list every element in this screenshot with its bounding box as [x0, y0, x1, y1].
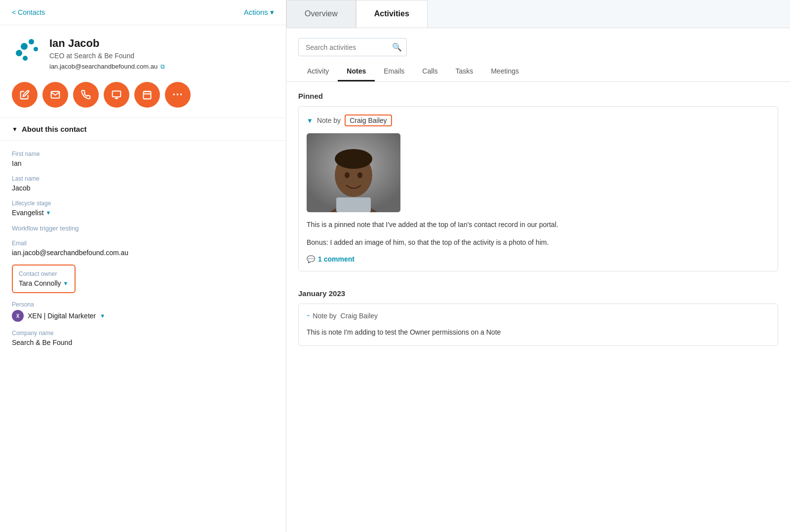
field-value-last-name: Jacob [12, 184, 274, 192]
svg-point-13 [345, 172, 350, 178]
subtab-notes[interactable]: Notes [338, 62, 375, 81]
contact-info: Ian Jacob CEO at Search & Be Found ian.j… [49, 37, 165, 70]
field-label-persona: Persona [12, 301, 274, 308]
search-icon: 🔍 [392, 42, 402, 52]
about-section-title: About this contact [22, 125, 87, 133]
activity-subtabs: Activity Notes Emails Calls Tasks Meetin… [286, 60, 790, 82]
persona-text: XEN | Digital Marketer [28, 312, 96, 320]
pinned-note-card: ▼ Note by Craig Bailey [298, 106, 778, 271]
contact-email: ian.jacob@searchandbefound.com.au [49, 63, 158, 70]
january-note-card: › Note by Craig Bailey This is note I'm … [298, 304, 778, 346]
screen-button[interactable] [104, 82, 129, 108]
note-chevron-icon[interactable]: ▼ [307, 117, 313, 124]
field-label-company: Company name [12, 330, 274, 337]
top-nav: < Contacts Actions ▾ [0, 0, 286, 25]
svg-rect-3 [144, 91, 151, 99]
actions-button[interactable]: Actions ▾ [244, 8, 274, 17]
notes-content: Pinned ▼ Note by Craig Bailey [286, 82, 790, 346]
jan-note-body: This is note I'm adding to test the Owne… [307, 327, 770, 338]
subtab-meetings[interactable]: Meetings [482, 62, 528, 81]
svg-rect-0 [113, 91, 121, 97]
chevron-down-icon: ▼ [12, 126, 18, 133]
field-value-persona[interactable]: X XEN | Digital Marketer ▼ [12, 310, 274, 322]
lifecycle-dropdown-icon[interactable]: ▼ [46, 210, 51, 216]
note-body-line2: Bonus: I added an image of him, so that … [307, 237, 770, 248]
field-label-lifecycle: Lifecycle stage [12, 200, 274, 207]
field-value-lifecycle[interactable]: Evangelist ▼ [12, 209, 274, 217]
svg-point-14 [357, 172, 362, 178]
contact-name: Ian Jacob [49, 37, 165, 50]
back-to-contacts-link[interactable]: < Contacts [12, 8, 45, 16]
about-section-header[interactable]: ▼ About this contact [0, 117, 286, 141]
field-last-name: Last name Jacob [12, 175, 274, 192]
field-lifecycle-stage: Lifecycle stage Evangelist ▼ [12, 200, 274, 217]
field-label-email: Email [12, 240, 274, 247]
field-company-name: Company name Search & Be Found [12, 330, 274, 346]
contact-title: CEO at Search & Be Found [49, 52, 165, 60]
contact-avatar [12, 37, 41, 67]
contact-email-row: ian.jacob@searchandbefound.com.au ⧉ [49, 63, 165, 70]
search-input-wrap: 🔍 [298, 38, 407, 56]
workflow-trigger-label: Workflow trigger testing [12, 225, 274, 232]
field-value-email: ian.jacob@searchandbefound.com.au [12, 249, 274, 257]
jan-note-chevron-icon[interactable]: › [304, 315, 312, 317]
note-header: ▼ Note by Craig Bailey [307, 114, 770, 126]
tab-overview[interactable]: Overview [286, 0, 356, 28]
subtab-activity[interactable]: Activity [298, 62, 338, 81]
field-value-company: Search & Be Found [12, 339, 274, 346]
search-bar-row: 🔍 [286, 28, 790, 60]
subtab-tasks[interactable]: Tasks [446, 62, 482, 81]
about-section-body: First name Ian Last name Jacob Lifecycle… [0, 141, 286, 364]
pinned-label: Pinned [298, 82, 778, 106]
svg-point-11 [335, 149, 372, 169]
calendar-button[interactable] [134, 82, 160, 108]
action-buttons-row: ··· [0, 78, 286, 117]
field-label-last-name: Last name [12, 175, 274, 182]
jan-note-author-prefix: Note by [313, 312, 336, 320]
note-author-name[interactable]: Craig Bailey [345, 114, 392, 126]
field-label-contact-owner: Contact owner [19, 270, 69, 277]
contact-owner-dropdown-icon[interactable]: ▼ [63, 280, 69, 286]
contact-owner-box: Contact owner Tara Connolly ▼ [12, 265, 76, 293]
comment-link[interactable]: 💬 1 comment [307, 255, 770, 263]
contact-header: Ian Jacob CEO at Search & Be Found ian.j… [0, 25, 286, 78]
subtab-calls[interactable]: Calls [413, 62, 446, 81]
field-label-first-name: First name [12, 151, 274, 157]
persona-dropdown-icon[interactable]: ▼ [100, 313, 105, 319]
main-tabs: Overview Activities [286, 0, 790, 28]
contact-owner-text: Tara Connolly [19, 279, 61, 287]
persona-avatar: X [12, 310, 24, 322]
copy-email-icon[interactable]: ⧉ [160, 63, 165, 70]
january-label: January 2023 [298, 279, 778, 304]
right-panel: Overview Activities 🔍 Activity Notes Ema… [286, 0, 790, 532]
subtab-emails[interactable]: Emails [375, 62, 413, 81]
field-email: Email ian.jacob@searchandbefound.com.au [12, 240, 274, 257]
more-button[interactable]: ··· [165, 82, 191, 108]
note-photo [307, 133, 400, 212]
field-first-name: First name Ian [12, 151, 274, 167]
edit-button[interactable] [12, 82, 38, 108]
svg-rect-12 [336, 197, 371, 212]
email-button[interactable] [42, 82, 68, 108]
left-panel: < Contacts Actions ▾ Ian Jacob CEO at Se… [0, 0, 286, 532]
field-value-contact-owner[interactable]: Tara Connolly ▼ [19, 279, 69, 287]
search-activities-input[interactable] [306, 43, 392, 51]
comment-icon: 💬 [307, 255, 315, 263]
right-content-area: 🔍 Activity Notes Emails Calls Tasks Meet… [286, 28, 790, 532]
tab-activities[interactable]: Activities [356, 0, 428, 28]
field-value-first-name: Ian [12, 159, 274, 167]
field-persona: Persona X XEN | Digital Marketer ▼ [12, 301, 274, 322]
call-button[interactable] [73, 82, 99, 108]
note-author-prefix: Note by [317, 116, 341, 124]
lifecycle-value-text: Evangelist [12, 209, 44, 217]
jan-note-header: › Note by Craig Bailey [307, 312, 770, 320]
note-body-line1: This is a pinned note that I've added at… [307, 219, 770, 230]
jan-note-author: Craig Bailey [341, 312, 378, 320]
comment-count-text: 1 comment [318, 255, 355, 263]
